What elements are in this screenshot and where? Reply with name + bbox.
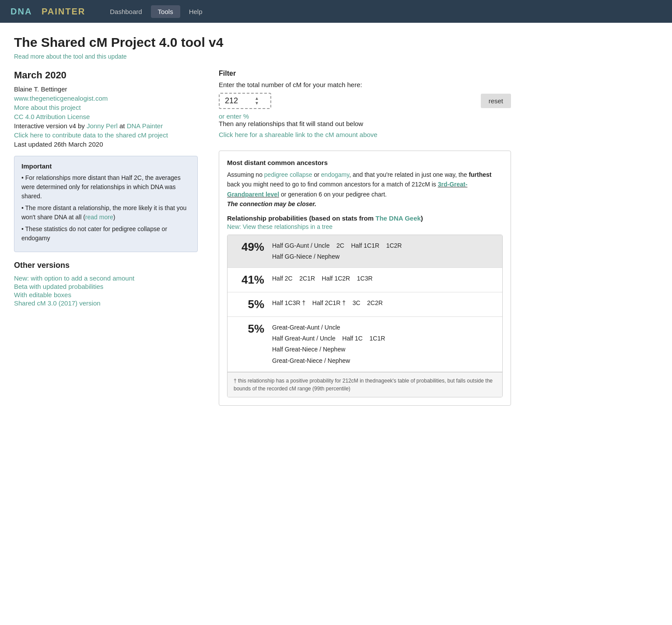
left-column: March 2020 Blaine T. Bettinger www.thege… — [14, 70, 198, 308]
page-title: The Shared cM Project 4.0 tool v4 — [14, 35, 511, 50]
logo: DNA PAINTER — [10, 7, 85, 17]
read-more-link-imp[interactable]: read more — [85, 214, 113, 221]
two-column-layout: March 2020 Blaine T. Bettinger www.thege… — [14, 70, 511, 406]
results-box: Most distant common ancestors Assuming n… — [219, 151, 511, 406]
important-title: Important — [21, 162, 190, 170]
prob-pct-3: 5% — [234, 298, 264, 311]
other-versions-title: Other versions — [14, 261, 198, 270]
nav-dashboard[interactable]: Dashboard — [103, 5, 149, 18]
ancestor-level-link[interactable]: 3rd-Great-Grandparent level — [227, 181, 467, 197]
prob-pct-2: 41% — [234, 273, 264, 287]
other-versions: Other versions New: with option to add a… — [14, 261, 198, 307]
most-distant-text: Assuming no pedigree collapse or endogam… — [227, 170, 503, 209]
rel-probs-title: Relationship probabilities (based on sta… — [227, 214, 503, 222]
reset-button[interactable]: reset — [481, 94, 511, 108]
contribute-link[interactable]: Click here to contribute data to the sha… — [14, 131, 168, 139]
spinner-up[interactable]: ▲ — [255, 96, 259, 101]
prob-rels-4: Great-Great-Aunt / Uncle Half Great-Aunt… — [272, 322, 385, 366]
view-tree-link[interactable]: New: View these relationships in a tree — [227, 223, 332, 230]
logo-sep — [35, 7, 38, 17]
read-more-link[interactable]: Read more about the tool and this update — [14, 53, 127, 60]
right-column: Filter Enter the total number of cM for … — [219, 70, 511, 406]
prob-rels-1: Half GG-Aunt / Uncle 2C Half 1C1R 1C2R H… — [272, 240, 402, 262]
spinner: ▲ ▼ — [255, 96, 259, 105]
interactive-text: Interactive version v4 by — [14, 122, 85, 130]
logo-painter: PAINTER — [42, 7, 85, 17]
author-name: Blaine T. Bettinger — [14, 85, 198, 93]
important-bullet2: • The more distant a relationship, the m… — [21, 204, 190, 222]
jonny-perl-link[interactable]: Jonny Perl — [87, 122, 118, 130]
input-row: ▲ ▼ reset — [219, 93, 511, 109]
pedigree-collapse-link[interactable]: pedigree collapse — [264, 171, 312, 178]
navigation: DNA PAINTER Dashboard Tools Help — [0, 0, 672, 23]
endogamy-link[interactable]: endogamy — [321, 171, 349, 178]
then-text: Then any relationships that fit will sta… — [219, 120, 511, 127]
version-link-3[interactable]: With editable boxes — [14, 291, 198, 298]
dna-geek-link[interactable]: The DNA Geek — [375, 214, 421, 222]
important-bullet1: • For relationships more distant than Ha… — [21, 173, 190, 201]
prob-rels-2: Half 2C 2C1R Half 1C2R 1C3R — [272, 273, 373, 284]
version-link-4[interactable]: Shared cM 3.0 (2017) version — [14, 299, 198, 307]
prob-row-4: 5% Great-Great-Aunt / Uncle Half Great-A… — [228, 317, 502, 372]
last-updated: Last updated 26th March 2020 — [14, 140, 198, 148]
prob-row-3: 5% Half 1C3R † Half 2C1R † 3C 2C2R — [228, 292, 502, 317]
cc-license-link[interactable]: CC 4.0 Attribution License — [14, 113, 90, 120]
filter-section: Filter Enter the total number of cM for … — [219, 70, 511, 146]
important-box: Important • For relationships more dista… — [14, 156, 198, 252]
at-text: at — [119, 122, 127, 130]
filter-label: Filter — [219, 70, 511, 77]
cm-input[interactable] — [225, 96, 251, 105]
or-pct-link[interactable]: or enter % — [219, 112, 249, 120]
important-bullet3: • These statistics do not cater for pedi… — [21, 225, 190, 243]
shareable-link[interactable]: Click here for a shareable link to the c… — [219, 131, 378, 138]
logo-dna: DNA — [10, 7, 32, 17]
more-about-link[interactable]: More about this project — [14, 104, 81, 111]
left-section-title: March 2020 — [14, 70, 198, 81]
dna-painter-link[interactable]: DNA Painter — [127, 122, 163, 130]
version-link-2[interactable]: Beta with updated probabilities — [14, 283, 198, 290]
filter-desc: Enter the total number of cM for your ma… — [219, 81, 511, 88]
nav-help[interactable]: Help — [182, 5, 210, 18]
connection-note: The connection may be closer. — [227, 200, 316, 207]
version-link-1[interactable]: New: with option to add a second amount — [14, 274, 198, 282]
main-content: The Shared cM Project 4.0 tool v4 Read m… — [0, 23, 525, 418]
most-distant-title: Most distant common ancestors — [227, 159, 503, 166]
footnote: † this relationship has a positive proba… — [228, 372, 502, 397]
prob-rels-3: Half 1C3R † Half 2C1R † 3C 2C2R — [272, 298, 383, 309]
prob-pct-1: 49% — [234, 240, 264, 254]
prob-row-1: 49% Half GG-Aunt / Uncle 2C Half 1C1R 1C… — [228, 235, 502, 268]
probability-rows: 49% Half GG-Aunt / Uncle 2C Half 1C1R 1C… — [227, 235, 503, 397]
prob-row-2: 41% Half 2C 2C1R Half 1C2R 1C3R — [228, 268, 502, 292]
website-link[interactable]: www.thegeneticgenealogist.com — [14, 95, 108, 102]
prob-pct-4: 5% — [234, 322, 264, 336]
nav-tools[interactable]: Tools — [151, 5, 180, 18]
cm-input-box: ▲ ▼ — [219, 93, 271, 109]
nav-links: Dashboard Tools Help — [103, 5, 209, 18]
spinner-down[interactable]: ▼ — [255, 101, 259, 105]
